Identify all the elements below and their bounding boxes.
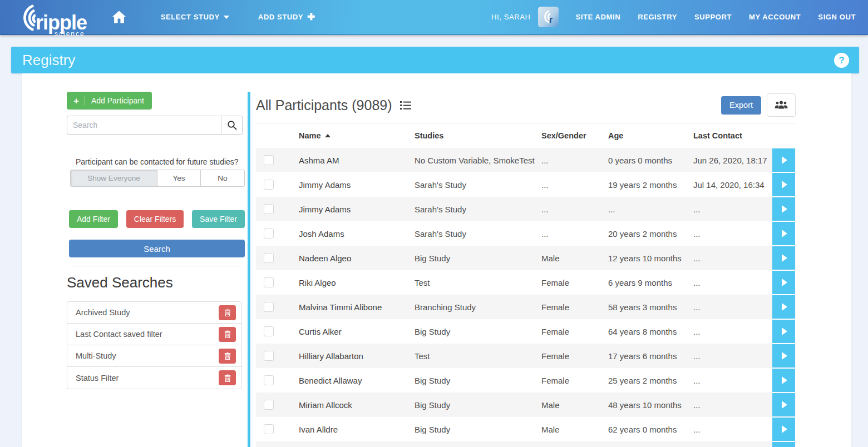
table-row: Miriam Allcock Big Study Male 48 years 1… bbox=[256, 393, 796, 417]
saved-search-item[interactable]: Multi-Study bbox=[67, 345, 241, 367]
row-checkbox[interactable] bbox=[264, 375, 274, 385]
cell-sex-gender: Female bbox=[541, 351, 608, 361]
search-input[interactable] bbox=[67, 116, 221, 135]
open-participant-button[interactable] bbox=[772, 369, 795, 392]
table-row: Nadeen Algeo Big Study Male 12 years 10 … bbox=[256, 246, 796, 270]
cell-name: Hilliary Allabarton bbox=[299, 351, 415, 361]
table-row: Josh Adams Sarah's Study ... 20 years 2 … bbox=[256, 221, 796, 246]
column-header-sex-gender[interactable]: Sex/Gender bbox=[541, 131, 608, 140]
row-checkbox[interactable] bbox=[264, 326, 274, 336]
column-header-last-contact[interactable]: Last Contact bbox=[693, 131, 772, 140]
sidebar-divider-line bbox=[72, 266, 242, 266]
saved-search-item[interactable]: Last Contact saved filter bbox=[67, 324, 241, 345]
row-checkbox[interactable] bbox=[264, 277, 274, 287]
open-participant-button[interactable] bbox=[772, 295, 795, 319]
open-participant-button[interactable] bbox=[772, 197, 795, 221]
open-participant-button[interactable] bbox=[772, 173, 795, 196]
table-row: Benedict Allaway Big Study Female 25 yea… bbox=[256, 368, 796, 393]
open-participant-button[interactable] bbox=[772, 271, 795, 294]
list-view-icon[interactable] bbox=[400, 101, 411, 110]
cell-sex-gender: ... bbox=[541, 205, 608, 214]
open-participant-button[interactable] bbox=[772, 148, 795, 172]
filter-sidebar: + Add Participant Participant can be con… bbox=[22, 73, 248, 447]
cell-name: Malvina Timmi Alibone bbox=[299, 302, 415, 312]
nav-link[interactable]: REGISTRY bbox=[638, 13, 677, 21]
search-button[interactable]: Search bbox=[69, 240, 245, 257]
delete-saved-search-button[interactable] bbox=[219, 370, 236, 385]
help-button[interactable]: ? bbox=[834, 53, 849, 68]
home-button[interactable] bbox=[112, 11, 126, 23]
cell-studies: Big Study bbox=[415, 327, 541, 336]
row-checkbox[interactable] bbox=[264, 180, 274, 190]
search-submit-button[interactable] bbox=[221, 116, 243, 135]
row-checkbox[interactable] bbox=[264, 302, 274, 312]
nav-link[interactable]: MY ACCOUNT bbox=[749, 13, 801, 21]
user-greeting: HI, SARAH bbox=[491, 13, 530, 21]
cell-last-contact: ... bbox=[693, 351, 772, 361]
open-participant-button[interactable] bbox=[772, 246, 795, 270]
toggle-show-everyone[interactable]: Show Everyone bbox=[71, 170, 157, 186]
ripple-logo[interactable]: ripple science bbox=[11, 3, 85, 31]
row-checkbox[interactable] bbox=[264, 400, 274, 410]
group-view-button[interactable] bbox=[767, 93, 796, 117]
table-row: Malvina Timmi Alibone Branching Study Fe… bbox=[256, 295, 796, 319]
row-checkbox[interactable] bbox=[264, 253, 274, 263]
clear-filters-button[interactable]: Clear Filters bbox=[126, 210, 184, 228]
table-row: Hilliary Allabarton Test Female 17 years… bbox=[256, 344, 796, 368]
add-filter-button[interactable]: Add Filter bbox=[69, 210, 118, 228]
cell-studies: Big Study bbox=[415, 254, 541, 263]
nav-link[interactable]: SUPPORT bbox=[694, 13, 732, 21]
play-arrow-icon bbox=[782, 205, 787, 213]
cell-last-contact: ... bbox=[693, 327, 772, 336]
column-header-studies[interactable]: Studies bbox=[415, 131, 541, 140]
row-checkbox[interactable] bbox=[264, 229, 274, 239]
add-participant-button[interactable]: + Add Participant bbox=[67, 92, 152, 110]
table-header-row: Name Studies Sex/Gender Age Last Contact bbox=[256, 123, 796, 148]
row-checkbox[interactable] bbox=[264, 351, 274, 361]
save-filter-button[interactable]: Save Filter bbox=[192, 210, 245, 228]
open-participant-button[interactable] bbox=[772, 320, 795, 343]
cell-sex-gender: Male bbox=[541, 425, 608, 434]
nav-link[interactable]: SIGN OUT bbox=[818, 13, 856, 21]
cell-studies: Big Study bbox=[415, 376, 541, 385]
home-icon bbox=[112, 11, 126, 23]
select-study-menu[interactable]: SELECT STUDY bbox=[161, 13, 229, 21]
open-participant-button[interactable] bbox=[772, 344, 795, 367]
delete-saved-search-button[interactable] bbox=[219, 349, 236, 364]
toggle-no[interactable]: No bbox=[201, 170, 244, 186]
row-checkbox[interactable] bbox=[264, 155, 274, 165]
open-participant-button[interactable] bbox=[772, 222, 795, 245]
column-header-age[interactable]: Age bbox=[608, 131, 693, 140]
row-checkbox[interactable] bbox=[264, 424, 274, 434]
toggle-yes[interactable]: Yes bbox=[157, 170, 201, 186]
cell-studies: Test bbox=[415, 351, 541, 361]
cell-sex-gender: Female bbox=[541, 278, 608, 287]
select-study-label: SELECT STUDY bbox=[161, 13, 220, 21]
delete-saved-search-button[interactable] bbox=[219, 327, 236, 342]
cell-studies: No Custom Variable, SmokeTest bbox=[415, 156, 541, 165]
column-header-name[interactable]: Name bbox=[299, 131, 415, 140]
cell-name: Benedict Allaway bbox=[299, 376, 415, 385]
saved-search-item[interactable]: Archived Study bbox=[67, 302, 241, 324]
cell-age: 20 years 2 months bbox=[608, 229, 693, 239]
cell-name: Jimmy Adams bbox=[299, 205, 415, 214]
nav-links: SITE ADMINREGISTRYSUPPORTMY ACCOUNTSIGN … bbox=[576, 13, 856, 21]
contact-toggle: Show Everyone Yes No bbox=[70, 170, 245, 187]
participant-search-group bbox=[67, 116, 243, 135]
play-arrow-icon bbox=[782, 376, 787, 384]
open-participant-button[interactable] bbox=[772, 418, 795, 441]
open-participant-button[interactable] bbox=[772, 442, 795, 447]
cell-age: 19 years 2 months bbox=[608, 180, 693, 190]
nav-link[interactable]: SITE ADMIN bbox=[576, 13, 621, 21]
cell-age: 64 years 8 months bbox=[608, 327, 693, 336]
avatar[interactable]: r bbox=[538, 7, 559, 27]
add-study-button[interactable]: ADD STUDY ✚ bbox=[258, 12, 315, 22]
contact-question-label: Participant can be contacted for future … bbox=[76, 157, 248, 166]
export-button[interactable]: Export bbox=[721, 96, 761, 115]
row-checkbox[interactable] bbox=[264, 204, 274, 214]
cell-studies: Big Study bbox=[415, 400, 541, 410]
saved-search-item[interactable]: Status Filter bbox=[67, 367, 241, 389]
delete-saved-search-button[interactable] bbox=[219, 305, 236, 320]
header-actions-spacer bbox=[772, 123, 795, 148]
open-participant-button[interactable] bbox=[772, 393, 795, 416]
